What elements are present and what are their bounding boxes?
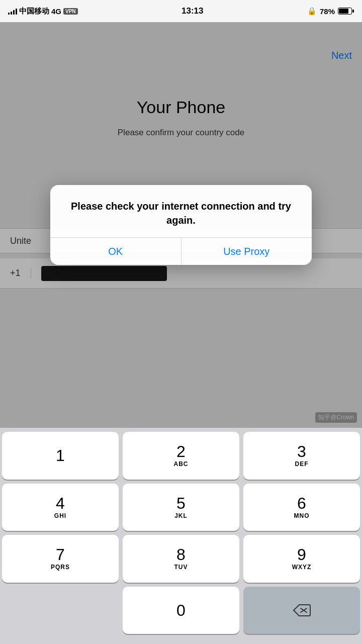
delete-key[interactable]: [243, 587, 360, 634]
key-5[interactable]: 5 JKL: [123, 484, 239, 531]
dialog-buttons: OK Use Proxy: [50, 238, 312, 265]
key-1[interactable]: 1: [2, 432, 119, 480]
battery-icon: [338, 8, 354, 15]
lock-icon: 🔒: [307, 7, 317, 16]
keyboard-row-1: 1 2 ABC 3 DEF: [2, 432, 360, 480]
status-right: 🔒 78%: [307, 7, 354, 16]
key-8[interactable]: 8 TUV: [123, 535, 239, 583]
status-bar: 中国移动 4G VPN 13:13 🔒 78%: [0, 0, 362, 22]
key-4[interactable]: 4 GHI: [2, 484, 119, 531]
key-7[interactable]: 7 PQRS: [2, 535, 119, 583]
key-empty: [2, 587, 119, 634]
key-9[interactable]: 9 WXYZ: [243, 535, 360, 583]
keyboard-row-2: 4 GHI 5 JKL 6 MNO: [2, 484, 360, 531]
keyboard-row-4: 0: [2, 587, 360, 634]
alert-dialog: Please check your internet connection an…: [50, 185, 312, 265]
network-type-label: 4G: [51, 7, 61, 16]
key-3[interactable]: 3 DEF: [243, 432, 360, 480]
dialog-body: Please check your internet connection an…: [50, 185, 312, 237]
numeric-keyboard: 1 2 ABC 3 DEF 4 GHI 5 JKL 6 MNO 7 PQRS: [0, 428, 362, 644]
carrier-label: 中国移动: [19, 7, 49, 16]
dialog-overlay: Please check your internet connection an…: [0, 22, 362, 428]
signal-icon: [8, 8, 17, 15]
battery-percent-label: 78%: [320, 7, 335, 16]
time-label: 13:13: [182, 6, 203, 16]
use-proxy-button[interactable]: Use Proxy: [182, 238, 312, 265]
key-0[interactable]: 0: [123, 587, 239, 634]
ok-button[interactable]: OK: [50, 238, 181, 265]
dialog-message: Please check your internet connection an…: [64, 199, 298, 227]
key-2[interactable]: 2 ABC: [123, 432, 239, 480]
status-left: 中国移动 4G VPN: [8, 7, 78, 16]
key-6[interactable]: 6 MNO: [243, 484, 360, 531]
keyboard-row-3: 7 PQRS 8 TUV 9 WXYZ: [2, 535, 360, 583]
vpn-badge: VPN: [63, 8, 78, 15]
